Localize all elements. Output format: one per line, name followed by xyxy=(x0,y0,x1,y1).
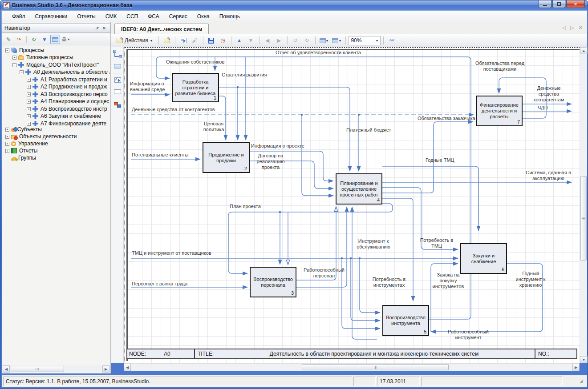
redo-icon[interactable]: ↻ xyxy=(302,36,312,46)
menu-fsa[interactable]: ФСА xyxy=(143,12,164,21)
expand-icon[interactable]: + xyxy=(27,100,31,104)
sync-window-icon[interactable] xyxy=(50,35,60,44)
scroll-up-icon[interactable]: ▲ xyxy=(580,47,588,54)
pin-icon[interactable]: 📌︎ xyxy=(93,25,101,32)
save-icon[interactable] xyxy=(206,36,217,46)
tree-item-model[interactable]: −Модель_ООО "ИнТехПроект" xyxy=(12,61,99,68)
move-up-icon[interactable]: ▲ xyxy=(234,36,245,46)
tree-item-a6[interactable]: +A6 Закупки и снабжение xyxy=(27,112,101,120)
tree-item-activity-objects[interactable]: +Объекты деятельности xyxy=(5,133,77,140)
tab-prev-icon[interactable]: ◁ xyxy=(562,25,566,31)
maximize-button[interactable] xyxy=(552,0,565,8)
tab-idef0-a0[interactable]: IDEF0: A0 Деят...ческих систем xyxy=(114,24,209,34)
window-next-icon[interactable]: ▼ xyxy=(331,36,343,46)
tree-item-a1[interactable]: +A1 Разработка стратегии и xyxy=(27,76,107,83)
expand-icon[interactable]: + xyxy=(12,56,16,60)
scroll-left-icon[interactable]: ◀ xyxy=(3,365,10,373)
menu-ssp[interactable]: ССП xyxy=(122,12,143,21)
go-arrow-icon[interactable]: ↷ xyxy=(14,35,24,44)
expand-icon[interactable]: + xyxy=(5,135,9,139)
tree-item-typical-processes[interactable]: +Типовые процессы xyxy=(12,54,73,61)
model-icon xyxy=(32,77,38,82)
expand-icon[interactable]: + xyxy=(27,78,31,82)
undo-icon[interactable]: ↺ xyxy=(290,36,301,46)
tree-item-a0[interactable]: −A0 Деятельность в области пр xyxy=(20,68,109,76)
collapse-icon[interactable]: − xyxy=(12,63,16,67)
arrow-label: Система, сданная в эксплуатацию xyxy=(524,170,572,181)
move-down-icon[interactable]: ▼ xyxy=(246,36,256,46)
menu-directories[interactable]: Справочники xyxy=(30,12,73,21)
activity-box-3[interactable]: Воспроизводство персонала3 xyxy=(250,267,296,297)
filter-icon[interactable]: ▼ xyxy=(40,35,49,44)
menu-smk[interactable]: СМК xyxy=(101,12,122,21)
text-block-tool-icon[interactable] xyxy=(113,76,122,84)
nav-forward-icon[interactable]: ▶ xyxy=(274,36,284,46)
activity-box-6[interactable]: Закупки и снабжение6 xyxy=(460,243,507,274)
diagram-canvas[interactable]: Разработка стратегии и развитие бизнеса1… xyxy=(124,47,580,363)
actions-button[interactable]: Действия▼ xyxy=(114,36,156,46)
scroll-right-icon[interactable]: ▶ xyxy=(102,365,109,373)
nav-back-icon[interactable]: ◀ xyxy=(262,36,273,46)
activity-box-4[interactable]: Планирование и осуществление проектных р… xyxy=(336,173,382,205)
tree-item-a4[interactable]: +A4 Планирование и осущес xyxy=(27,98,109,105)
tab-next-icon[interactable]: ▷ xyxy=(570,25,574,31)
diagram-vscrollbar[interactable]: ▲ ▼ xyxy=(580,47,587,363)
menu-service[interactable]: Сервис xyxy=(164,12,192,21)
scroll-down-icon[interactable]: ▼ xyxy=(580,356,588,363)
navigator-hscrollbar[interactable]: ◀ III ▶ xyxy=(3,365,109,373)
tree-item-a2[interactable]: +A2 Продвижение и продаж xyxy=(27,83,107,90)
schedule-icon[interactable]: ◷ xyxy=(218,36,228,46)
navigator-close-icon[interactable]: ✕ xyxy=(101,25,108,32)
scroll-thumb[interactable] xyxy=(302,364,449,370)
tab-strip: IDEF0: A0 Деят...ческих систем ◁ ▷ ✕ xyxy=(111,22,587,34)
format-brush-icon[interactable]: 🖌︎ xyxy=(190,36,200,46)
collapse-icon[interactable]: − xyxy=(20,70,24,74)
window-prev-icon[interactable]: ▼ xyxy=(318,36,330,46)
diagram-hscrollbar[interactable]: ◀ ▶ xyxy=(124,363,580,371)
text-properties-icon[interactable] xyxy=(178,36,189,46)
zoom-combo[interactable]: 90% ▼ xyxy=(349,36,381,45)
expand-icon[interactable]: + xyxy=(5,149,9,153)
tree-item-management[interactable]: +Управление xyxy=(5,140,48,147)
title-bar[interactable]: Business Studio 3.6 - Демонстрационная б… xyxy=(0,0,588,10)
collapse-icon[interactable]: − xyxy=(5,48,9,52)
activity-box-2[interactable]: Продвижение и продажи2 xyxy=(203,142,250,173)
connector-tool-icon[interactable] xyxy=(113,50,122,59)
edit-icon[interactable]: ✎ xyxy=(4,35,13,44)
tree-item-subjects[interactable]: +Субъекты xyxy=(5,126,42,133)
tree-item-a5[interactable]: +A5 Воспроизводство инстр xyxy=(27,105,107,112)
activity-box-5[interactable]: Воспроизводство инструмента5 xyxy=(382,305,429,336)
scroll-thumb[interactable] xyxy=(580,176,587,261)
scroll-left-icon[interactable]: ◀ xyxy=(124,364,131,371)
resize-grip[interactable]: ◢ xyxy=(580,378,586,385)
refresh-icon[interactable]: ↻ xyxy=(29,35,39,44)
link-refresh-icon[interactable]: ⚯︎ xyxy=(386,36,397,46)
expand-icon[interactable]: + xyxy=(27,107,31,111)
tab-close-icon[interactable]: ✕ xyxy=(579,25,583,31)
scroll-thumb[interactable]: III xyxy=(11,366,64,372)
tree-item-reports[interactable]: +Отчеты xyxy=(5,147,37,154)
menu-file[interactable]: Файл xyxy=(7,12,30,21)
frame-tool-icon[interactable] xyxy=(113,87,122,96)
close-button[interactable]: ✕ xyxy=(566,0,585,8)
tree-item-groups[interactable]: Группы xyxy=(12,154,36,161)
swap-blocks-tool-icon[interactable] xyxy=(113,100,122,109)
expand-icon[interactable]: + xyxy=(27,122,31,126)
expand-icon[interactable]: + xyxy=(5,142,9,146)
expand-icon[interactable]: + xyxy=(27,92,31,96)
expand-icon[interactable]: + xyxy=(5,128,9,132)
edit-diagram-icon[interactable] xyxy=(162,36,172,46)
rectangle-tool-icon[interactable] xyxy=(113,62,122,71)
scroll-right-icon[interactable]: ▶ xyxy=(572,364,580,371)
activity-box-7[interactable]: Финансирование деятельности и расчеты7 xyxy=(476,96,523,126)
print-icon[interactable]: 🖶︎▼ xyxy=(61,35,71,44)
minimize-button[interactable] xyxy=(539,0,552,8)
menu-help[interactable]: Помощь xyxy=(215,12,245,21)
expand-icon[interactable]: + xyxy=(27,114,31,118)
menu-windows[interactable]: Окна xyxy=(192,12,215,21)
tree-item-a3[interactable]: +A3 Воспроизводство персо xyxy=(27,91,108,98)
menu-bar: Файл Справочники Отчеты СМК ССП ФСА Серв… xyxy=(2,11,587,22)
menu-reports[interactable]: Отчеты xyxy=(72,12,100,21)
tree-item-processes[interactable]: −Процессы xyxy=(5,47,44,54)
expand-icon[interactable]: + xyxy=(27,85,31,89)
